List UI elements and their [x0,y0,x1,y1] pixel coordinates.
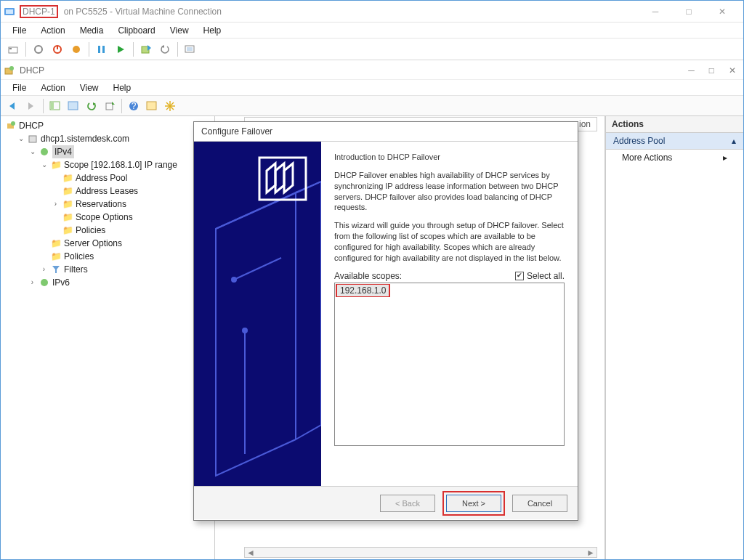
inner-menu-help[interactable]: Help [106,81,139,94]
select-all-label: Select all. [527,271,565,281]
svg-marker-18 [28,102,33,110]
vm-menu-help[interactable]: Help [196,24,229,37]
tree-root[interactable]: DHCP [5,119,211,132]
vm-menu-media[interactable]: Media [73,24,111,37]
help-icon[interactable]: ? [126,98,142,114]
tree-address-leases[interactable]: 📁Address Leases [52,184,211,198]
refresh-icon[interactable] [84,98,100,114]
maximize-button[interactable]: □ [672,1,705,22]
folder-icon: 📁 [62,211,73,223]
configure-failover-dialog: Configure Failover [193,121,578,521]
tree-scope-policies[interactable]: 📁Policies [52,224,211,237]
svg-marker-17 [9,102,15,110]
mmc-body: DHCP ⌄dhcp1.sistemdesk.com ⌄IPv4 ⌄📁Scope… [1,116,743,559]
tree-scope[interactable]: ⌄📁Scope [192.168.1.0] IP range [40,158,211,171]
minimize-button[interactable]: ─ [639,1,672,22]
tree-item-label: Policies [64,250,94,263]
vm-menu-clipboard[interactable]: Clipboard [110,24,162,37]
svg-point-7 [73,46,80,53]
actions-panel: Actions Address Pool ▴ More Actions ▸ [605,116,743,559]
more-actions[interactable]: More Actions ▸ [606,150,743,166]
enhanced-session-icon[interactable] [182,41,198,57]
dhcp-window: DHCP ─ □ ✕ File Action View Help ? [1,61,743,559]
tree-reservations[interactable]: ›📁Reservations [52,198,211,211]
svg-point-48 [243,328,247,333]
save-state-icon[interactable] [68,41,84,57]
svg-rect-23 [106,103,113,110]
export-icon[interactable] [102,98,118,114]
scope-list[interactable]: 192.168.1.0 [334,283,565,446]
pause-icon[interactable] [94,41,110,57]
inner-toolbar: ? [1,96,743,116]
tree-root-label: DHCP [19,119,44,132]
actions-subject[interactable]: Address Pool ▴ [606,133,743,150]
ctrl-alt-del-icon[interactable] [5,41,21,57]
checkmark-icon: ✔ [515,272,524,280]
inner-close-button[interactable]: ✕ [729,65,736,76]
scope-item[interactable]: 192.168.1.0 [337,285,389,296]
svg-text:?: ? [132,101,137,111]
tree-ipv6[interactable]: ›IPv6 [28,276,211,289]
inner-menu-action[interactable]: Action [33,81,72,94]
forward-icon[interactable] [23,98,39,114]
svg-rect-8 [98,46,100,53]
show-hide-tree-icon[interactable] [47,98,63,114]
svg-point-37 [41,279,48,286]
vm-menu-file[interactable]: File [5,24,33,37]
tree-server-options[interactable]: 📁Server Options [40,237,211,250]
svg-rect-1 [6,9,13,14]
revert-icon[interactable] [157,41,173,57]
vm-title-short: DHCP-1 [20,5,58,18]
new-scope-icon[interactable] [162,98,178,114]
inner-minimize-button[interactable]: ─ [688,65,695,76]
inner-title: DHCP [20,65,44,76]
vm-menu-action[interactable]: Action [33,24,72,37]
folder-icon: 📁 [62,224,73,236]
shutdown-icon[interactable] [49,41,65,57]
scroll-left-icon[interactable]: ◄ [246,548,255,558]
scroll-right-icon[interactable]: ► [586,548,595,558]
inner-menu-file[interactable]: File [5,81,33,94]
inner-maximize-button[interactable]: □ [709,65,714,76]
tree-scope-options[interactable]: 📁Scope Options [52,211,211,224]
svg-marker-36 [52,266,60,273]
svg-point-16 [9,66,14,70]
vm-menu-view[interactable]: View [163,24,196,37]
options-icon[interactable] [144,98,160,114]
vm-toolbar [1,38,743,60]
vm-icon [4,6,15,17]
play-icon[interactable] [113,41,129,57]
tree-server-label: dhcp1.sistemdesk.com [41,132,129,145]
tree-server[interactable]: ⌄dhcp1.sistemdesk.com [17,132,211,145]
folder-icon: 📁 [62,198,73,210]
inner-menu-view[interactable]: View [73,81,106,94]
tree-item-label: Reservations [76,198,126,211]
svg-point-35 [41,148,48,155]
properties-icon[interactable] [65,98,81,114]
cancel-button[interactable]: Cancel [512,495,567,512]
tree-filters[interactable]: ›Filters [40,263,211,276]
folder-icon: 📁 [50,251,62,262]
select-all-checkbox[interactable]: ✔ Select all. [515,271,565,281]
wizard-para1: DHCP Failover enables high availability … [334,170,565,213]
wizard-banner [194,142,321,486]
vm-title-rest: on PC5525 - Virtual Machine Connection [64,7,222,17]
tree-scope-label: Scope [192.168.1.0] IP range [64,158,177,171]
tree-address-pool[interactable]: 📁Address Pool [52,171,211,184]
vm-titlebar: DHCP-1 on PC5525 - Virtual Machine Conne… [1,1,743,23]
folder-icon: 📁 [50,238,62,249]
inner-titlebar: DHCP ─ □ ✕ [1,61,743,80]
tree-policies[interactable]: 📁Policies [40,250,211,263]
svg-rect-20 [51,102,54,109]
horizontal-scrollbar[interactable]: ◄► [244,547,597,558]
folder-icon: 📁 [62,172,73,184]
back-icon[interactable] [5,98,21,114]
checkpoint-icon[interactable] [138,41,154,57]
svg-point-4 [35,46,42,53]
next-button[interactable]: Next > [446,495,501,512]
tree-ipv4[interactable]: ⌄IPv4 [28,145,211,158]
collapse-icon: ▴ [732,136,736,146]
close-button[interactable]: ✕ [705,1,739,22]
folder-icon: 📁 [62,185,73,197]
power-off-icon[interactable] [31,41,46,57]
